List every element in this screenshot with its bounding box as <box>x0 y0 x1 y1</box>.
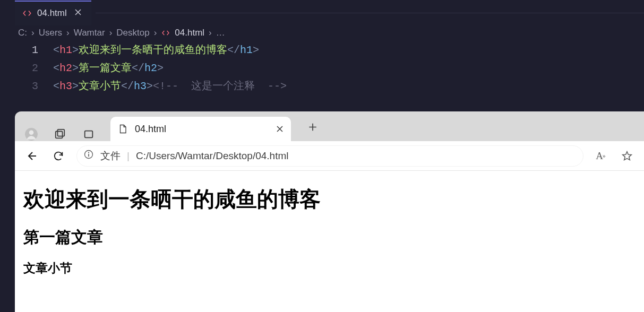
address-scheme: 文件 <box>100 149 121 163</box>
back-button[interactable] <box>25 149 40 163</box>
line-gutter: 1 2 3 <box>0 41 53 96</box>
separator: | <box>127 150 130 162</box>
breadcrumb-part[interactable]: Users <box>39 28 62 38</box>
breadcrumb-file[interactable]: 04.html <box>175 28 204 38</box>
svg-point-1 <box>29 130 34 135</box>
page-h1: 欢迎来到一条晒干的咸鱼的博客 <box>23 185 636 214</box>
address-bar[interactable]: 文件 | C:/Users/Wamtar/Desktop/04.html <box>76 145 583 167</box>
code-line[interactable]: <h2>第一篇文章</h2> <box>53 59 287 77</box>
address-path: C:/Users/Wamtar/Desktop/04.html <box>136 150 289 162</box>
editor-tab-label: 04.html <box>37 8 67 19</box>
breadcrumb-part[interactable]: Wamtar <box>74 28 105 38</box>
code-line[interactable]: <h3>文章小节</h3><!-- 这是一个注释 --> <box>53 77 287 96</box>
page-icon <box>118 124 127 134</box>
browser-tab[interactable]: 04.html <box>110 117 291 141</box>
svg-rect-7 <box>88 154 89 157</box>
svg-rect-2 <box>56 132 63 138</box>
workspaces-icon[interactable] <box>53 127 67 141</box>
code-area[interactable]: 1 2 3 <h1>欢迎来到一条晒干的咸鱼的博客</h1> <h2>第一篇文章<… <box>0 41 644 96</box>
svg-rect-4 <box>85 131 93 138</box>
read-aloud-icon[interactable]: A» <box>594 150 607 162</box>
profile-icon[interactable] <box>24 127 38 141</box>
editor-tab[interactable]: 04.html <box>15 0 91 25</box>
page-h2: 第一篇文章 <box>23 227 636 248</box>
line-number: 2 <box>0 59 38 77</box>
svg-rect-3 <box>57 129 64 136</box>
browser-tabstrip: 04.html ＋ <box>15 111 644 141</box>
chevron-right-icon: › <box>66 28 70 38</box>
code-editor: 04.html C: › Users › Wamtar › Desktop › … <box>0 0 644 111</box>
breadcrumb-part[interactable]: Desktop <box>116 28 149 38</box>
chevron-right-icon: › <box>31 28 35 38</box>
breadcrumb-tail[interactable]: … <box>216 28 225 38</box>
line-number: 1 <box>0 41 38 59</box>
close-icon[interactable] <box>72 7 84 19</box>
tab-actions-icon[interactable] <box>82 127 96 141</box>
breadcrumb-part[interactable]: C: <box>18 28 27 38</box>
svg-point-6 <box>88 152 89 153</box>
toolbar-right: A» <box>594 150 633 162</box>
browser-tab-label: 04.html <box>135 124 269 135</box>
refresh-button[interactable] <box>51 149 66 163</box>
code-line[interactable]: <h1>欢迎来到一条晒干的咸鱼的博客</h1> <box>53 41 287 59</box>
new-tab-button[interactable]: ＋ <box>306 117 320 136</box>
info-icon[interactable] <box>83 149 94 162</box>
code-lines[interactable]: <h1>欢迎来到一条晒干的咸鱼的博客</h1> <h2>第一篇文章</h2> <… <box>53 41 287 96</box>
favorite-icon[interactable] <box>621 150 633 162</box>
line-number: 3 <box>0 77 38 96</box>
browser-toolbar: 文件 | C:/Users/Wamtar/Desktop/04.html A» <box>15 141 644 171</box>
browser-window: 04.html ＋ 文件 | C:/Users/Wamtar/Desktop/0… <box>15 111 644 312</box>
chevron-right-icon: › <box>209 28 212 38</box>
html-file-icon <box>22 8 32 18</box>
html-file-icon <box>161 28 170 38</box>
page-h3: 文章小节 <box>23 260 636 276</box>
close-icon[interactable] <box>276 123 284 135</box>
chevron-right-icon: › <box>154 28 157 38</box>
page-content: 欢迎来到一条晒干的咸鱼的博客 第一篇文章 文章小节 <box>15 171 644 312</box>
breadcrumb[interactable]: C: › Users › Wamtar › Desktop › 04.html … <box>0 25 644 41</box>
chevron-right-icon: › <box>109 28 113 38</box>
editor-tabbar: 04.html <box>0 0 644 25</box>
